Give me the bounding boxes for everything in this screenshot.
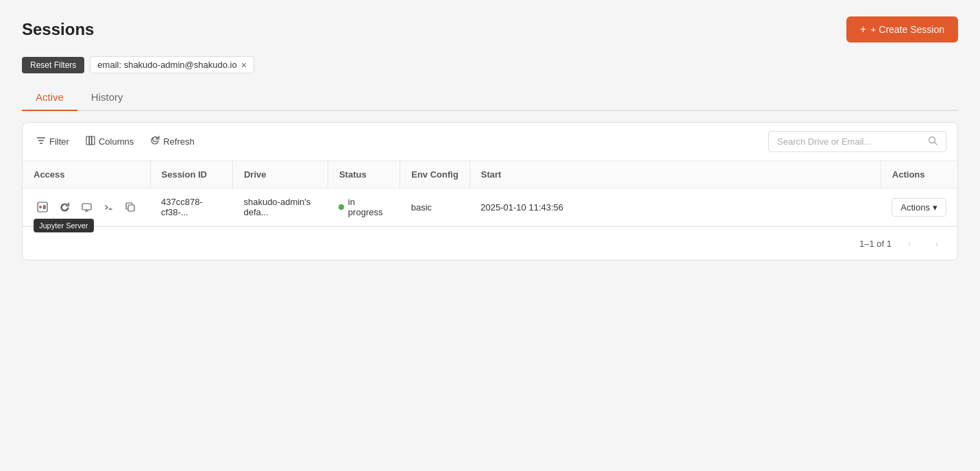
cell-env-config: basic [400,189,470,226]
svg-rect-16 [128,205,134,211]
cell-drive: shakudo-admin's defa... [232,189,328,226]
header-row: Sessions + + Create Session [22,16,958,43]
sessions-table: Access Session ID Drive Status Env Confi… [23,161,957,226]
refresh-label: Refresh [163,136,195,147]
create-session-label: + Create Session [870,24,944,35]
copy-button[interactable] [121,198,139,216]
jupyter-server-icon-container: Jupyter Server [34,198,51,216]
cell-status: in progress [328,189,400,226]
columns-button[interactable]: Columns [83,134,136,149]
table-header-row: Access Session ID Drive Status Env Confi… [23,161,957,189]
filter-chip-label: email: shakudo-admin@shakudo.io [97,60,236,70]
actions-label: Actions [901,202,930,213]
cell-session-id: 437cc878-cf38-... [150,189,232,226]
search-box [768,131,946,152]
columns-icon [86,136,95,147]
toolbar-left: Filter Columns [34,134,197,149]
tab-history[interactable]: History [77,84,137,111]
email-filter-chip: email: shakudo-admin@shakudo.io × [90,56,254,73]
status-indicator [339,204,343,210]
filter-icon [36,136,46,147]
tabs-row: Active History [22,84,958,111]
svg-rect-11 [45,205,46,209]
page-container: Sessions + + Create Session Reset Filter… [0,0,980,471]
col-env-config: Env Config [400,161,470,189]
svg-rect-10 [43,205,45,209]
access-icons: Jupyter Server [34,198,139,216]
filter-chip-close-button[interactable]: × [241,60,247,70]
table-container: Filter Columns [22,122,958,261]
search-input[interactable] [777,136,922,147]
status-text: in progress [348,197,389,217]
pagination-next-button[interactable]: › [927,234,946,253]
jupyter-server-tooltip: Jupyter Server [34,219,94,232]
monitor-button[interactable] [77,198,95,216]
col-drive: Drive [232,161,328,189]
svg-rect-3 [86,136,89,145]
search-icon [928,136,938,147]
col-status: Status [328,161,400,189]
svg-point-9 [39,206,42,208]
table-head: Access Session ID Drive Status Env Confi… [23,161,957,189]
chevron-right-icon: › [935,239,938,249]
page-title: Sessions [22,20,94,39]
pagination-summary: 1–1 of 1 [859,239,892,249]
actions-button[interactable]: Actions ▾ [892,198,946,217]
jupyter-server-button[interactable] [34,198,51,216]
chevron-left-icon: ‹ [908,239,911,249]
col-session-id: Session ID [150,161,232,189]
svg-line-7 [935,143,938,145]
filter-label: Filter [49,136,69,147]
cell-actions: Actions ▾ [881,189,957,226]
col-access: Access [23,161,150,189]
tab-active[interactable]: Active [22,84,77,111]
table-body: Jupyter Server [23,189,957,226]
cell-access: Jupyter Server [23,189,150,226]
cell-start: 2025-01-10 11:43:56 [469,189,881,226]
chevron-down-icon: ▾ [933,202,938,213]
svg-rect-5 [92,136,95,145]
status-cell: in progress [339,197,389,217]
svg-rect-4 [89,136,91,145]
col-actions: Actions [881,161,957,189]
svg-rect-12 [82,204,91,210]
refresh-icon [150,136,160,147]
col-start: Start [469,161,881,189]
table-toolbar: Filter Columns [23,123,957,161]
reset-filters-button[interactable]: Reset Filters [22,57,84,73]
table-footer: 1–1 of 1 ‹ › [23,226,957,260]
table-row: Jupyter Server [23,189,957,226]
refresh-button[interactable]: Refresh [147,134,197,149]
sync-button[interactable] [56,198,73,216]
columns-label: Columns [99,136,134,147]
plus-icon: + [860,23,866,36]
pagination-prev-button[interactable]: ‹ [900,234,919,253]
filter-button[interactable]: Filter [34,134,72,149]
filters-row: Reset Filters email: shakudo-admin@shaku… [22,56,958,73]
create-session-button[interactable]: + + Create Session [846,16,958,43]
terminal-button[interactable] [99,198,117,216]
